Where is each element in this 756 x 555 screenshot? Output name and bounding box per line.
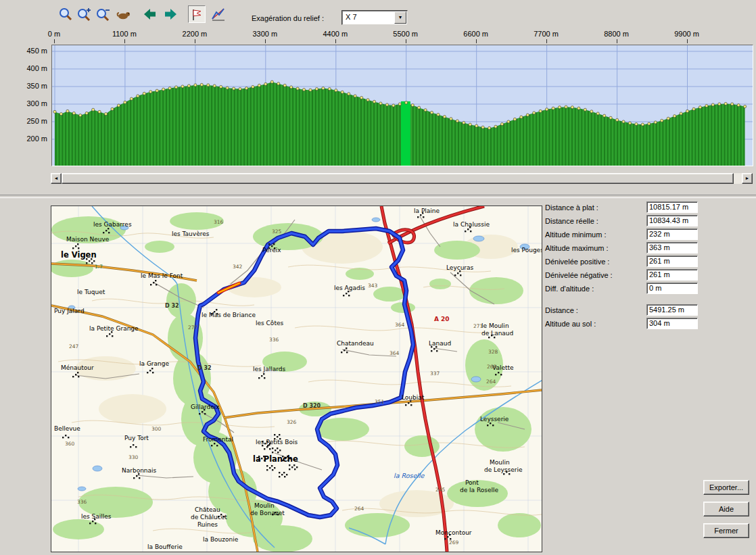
map-label: Bellevue	[54, 425, 80, 432]
map-label: Loubiat	[402, 394, 425, 401]
stats-group-route: Distance à plat :10815.17 mDistance réel…	[545, 202, 698, 293]
stat-value: 5491.25 m	[646, 304, 698, 316]
map-label: D 32	[165, 303, 179, 309]
map-label: Chatandeau	[337, 340, 374, 347]
splitter[interactable]	[0, 195, 756, 198]
animal-tool-button[interactable]	[115, 5, 133, 23]
scrollbar-thumb[interactable]	[62, 173, 734, 184]
topo-map[interactable]: les GabarresMaison Neuvele Vigenles Tauv…	[51, 206, 542, 552]
zoom-in-button[interactable]	[76, 5, 93, 23]
map-label: de Leysserie	[484, 466, 523, 473]
stat-label: Altitude au sol :	[545, 320, 596, 328]
stats-panel: Distance à plat :10815.17 mDistance réel…	[545, 202, 698, 332]
map-label: de Lanaud	[481, 330, 513, 337]
previous-button[interactable]	[141, 5, 158, 23]
map-label: D 320	[303, 403, 321, 409]
map-label: 326	[287, 419, 297, 425]
stat-row: Distance réelle :10834.43 m	[545, 216, 698, 226]
stat-label: Diff. d'altitude :	[545, 285, 594, 293]
map-label: de Châlucet	[191, 514, 227, 521]
elevation-profile-window: Exagération du relief : X 7 ▼ 0 m1100 m2…	[0, 0, 756, 555]
stat-value: 261 m	[646, 256, 698, 267]
arrow-left-icon	[141, 7, 158, 23]
map-label: la Roselle	[394, 472, 425, 479]
stat-row: Dénivelée positive :261 m	[545, 256, 698, 266]
map-label: Pereix	[262, 247, 281, 254]
map-label: le Moulin	[481, 322, 509, 329]
altitude-tick-label: 250 m	[15, 117, 47, 125]
next-button[interactable]	[162, 5, 180, 23]
map-label: Fromental	[203, 436, 233, 443]
map-label: la Grange	[139, 360, 169, 367]
help-button[interactable]: Aide	[703, 502, 749, 516]
map-label: Ménautour	[61, 364, 94, 371]
map-label: les Sailles	[81, 513, 112, 520]
stat-value: 0 m	[646, 283, 698, 294]
map-label: le Tuquet	[77, 289, 105, 295]
scroll-right-icon[interactable]: ►	[742, 173, 753, 184]
ruler-tick-label: 7700 m	[534, 30, 559, 38]
map-label: les Gabarres	[93, 221, 132, 228]
ruler-tick-label: 1100 m	[112, 30, 137, 38]
ruler-tick-label: 6600 m	[463, 30, 488, 38]
scroll-left-icon[interactable]: ◄	[51, 173, 62, 184]
ruler-tick	[476, 39, 477, 43]
stat-value: 232 m	[646, 228, 698, 240]
stat-row: Altitude au sol :304 m	[545, 318, 698, 329]
ruler-tick-label: 9900 m	[674, 30, 699, 38]
profile-flag-toggle[interactable]	[188, 5, 206, 23]
map-label: le Mas le Font	[141, 272, 183, 279]
map-label: Moulin	[490, 459, 510, 466]
export-button[interactable]: Exporter...	[703, 480, 749, 495]
map-label: Puy Jalard	[54, 308, 85, 314]
ruler-tick	[195, 39, 195, 43]
stat-label: Dénivelée positive :	[545, 258, 609, 266]
relief-exaggeration-select[interactable]: X 7 ▼	[341, 10, 408, 25]
map-label: Narbonnais	[122, 467, 157, 474]
map-label: 264	[486, 379, 496, 385]
map-label: 264	[354, 506, 364, 512]
ruler-tick	[617, 39, 617, 43]
zoom-out-button[interactable]	[95, 5, 112, 23]
stat-row: Dénivelée négative :261 m	[545, 270, 698, 280]
close-button[interactable]: Fermer	[703, 523, 749, 538]
map-label: de Bonazet	[250, 510, 285, 516]
magnifier-plus-icon	[76, 7, 93, 23]
map-label: les Petits Bois	[256, 439, 298, 445]
map-label: 343	[368, 283, 378, 289]
stat-label: Distance :	[545, 306, 578, 314]
map-label: Puy Tort	[124, 435, 149, 441]
altitude-tick-label: 450 m	[15, 47, 47, 55]
map-label: la Boufferie	[147, 544, 183, 550]
altitude-tick-label: 300 m	[15, 99, 47, 107]
map-label: la Plaine	[414, 208, 440, 214]
map-label: Leysserie	[480, 416, 509, 423]
map-label: 1.7	[95, 264, 103, 270]
dialog-buttons: Exporter... Aide Fermer	[703, 480, 751, 545]
map-label: 328	[488, 349, 498, 355]
elevation-chart[interactable]	[51, 45, 753, 166]
zoom-button[interactable]	[57, 5, 74, 23]
stat-label: Distance réelle :	[545, 217, 598, 225]
altitude-tick-label: 200 m	[15, 135, 47, 143]
map-label: la Petite Grange	[89, 325, 139, 332]
ruler-tick	[54, 39, 55, 43]
ruler-tick	[124, 39, 125, 43]
map-label: de la Roselle	[460, 487, 499, 493]
map-label: Château	[195, 506, 220, 513]
map-label: le Mas de Briance	[202, 312, 256, 318]
slope-profile-button[interactable]	[210, 5, 227, 23]
slope-icon	[210, 7, 227, 23]
stat-row: Distance :5491.25 m	[545, 305, 698, 315]
chart-scrollbar[interactable]: ◄ ►	[51, 173, 753, 184]
ruler-tick-label: 5500 m	[393, 30, 418, 38]
map-label: Pont	[465, 479, 479, 486]
stat-value: 10815.17 m	[646, 201, 698, 213]
chevron-down-icon[interactable]: ▼	[394, 11, 406, 24]
ruler-tick-label: 0 m	[48, 30, 60, 38]
ruler-tick-label: 8800 m	[604, 30, 629, 38]
map-label: les Jallards	[253, 366, 286, 372]
ruler-tick	[335, 39, 336, 43]
altitude-tick-label: 400 m	[15, 64, 47, 72]
map-label: 360	[65, 441, 75, 447]
